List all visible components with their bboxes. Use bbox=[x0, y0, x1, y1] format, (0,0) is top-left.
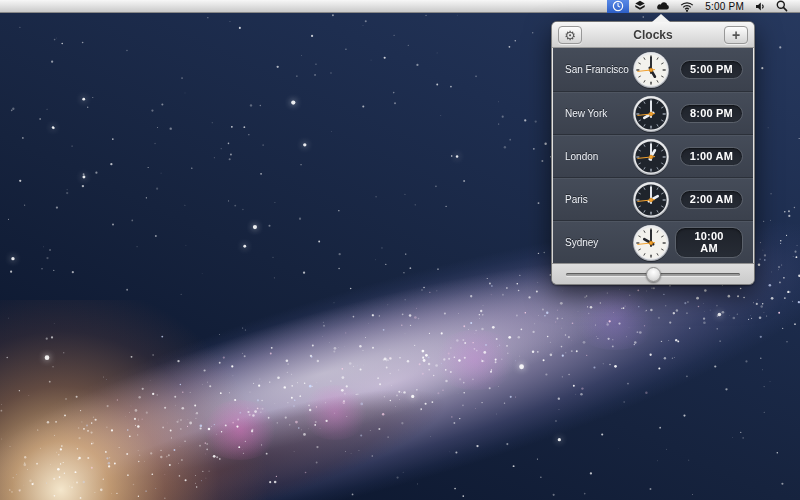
analog-clock bbox=[631, 50, 671, 90]
menu-bar-clock-time[interactable]: 5:00 PM bbox=[699, 0, 750, 13]
add-clock-button[interactable]: + bbox=[724, 26, 748, 44]
galaxy-core-glow bbox=[0, 300, 300, 500]
volume-icon bbox=[755, 1, 766, 12]
plus-icon: + bbox=[732, 28, 740, 42]
cloud-icon bbox=[656, 0, 670, 12]
spotlight-search-icon bbox=[776, 0, 788, 12]
cloud-menu-extra[interactable] bbox=[651, 0, 675, 13]
wifi-icon bbox=[680, 1, 694, 12]
analog-clock bbox=[631, 223, 671, 263]
dropbox-menu-extra[interactable] bbox=[629, 0, 651, 13]
popover-arrow bbox=[652, 14, 670, 22]
popover-title: Clocks bbox=[633, 28, 672, 42]
wifi-menu-extra[interactable] bbox=[675, 0, 699, 13]
volume-menu-extra[interactable] bbox=[750, 0, 771, 13]
spotlight-menu-extra[interactable] bbox=[771, 0, 793, 13]
city-label: New York bbox=[565, 108, 631, 119]
clock-row[interactable]: New York 8:00 PM bbox=[553, 91, 753, 134]
settings-button[interactable]: ⚙ bbox=[558, 26, 582, 44]
city-label: Sydney bbox=[565, 237, 631, 248]
city-label: San Francisco bbox=[565, 64, 631, 75]
nebula-spot bbox=[200, 400, 280, 460]
time-badge: 2:00 AM bbox=[680, 190, 743, 209]
time-badge: 1:00 AM bbox=[680, 147, 743, 166]
desktop: 5:00 PM ⚙ Clocks + San Francisco bbox=[0, 0, 800, 500]
popover-footer bbox=[552, 263, 754, 284]
clock-row[interactable]: Sydney 10:00 AM bbox=[553, 220, 753, 263]
clock-row[interactable]: London 1:00 AM bbox=[553, 134, 753, 177]
analog-clock bbox=[631, 137, 671, 177]
clock-row[interactable]: San Francisco 5:00 PM bbox=[553, 48, 753, 91]
clock-row[interactable]: Paris 2:00 AM bbox=[553, 177, 753, 220]
dropbox-icon bbox=[634, 0, 646, 12]
clock-list: San Francisco 5:00 PM New York 8:00 PM L… bbox=[553, 48, 753, 263]
nebula-spot bbox=[430, 330, 520, 390]
gear-icon: ⚙ bbox=[564, 29, 576, 42]
city-label: Paris bbox=[565, 194, 631, 205]
time-badge: 8:00 PM bbox=[680, 104, 743, 123]
clock-size-slider[interactable] bbox=[566, 273, 740, 276]
clock-icon bbox=[612, 0, 624, 12]
popover-header: ⚙ Clocks + bbox=[552, 22, 754, 48]
galaxy-dust-lane bbox=[0, 301, 510, 500]
menu-bar: 5:00 PM bbox=[0, 0, 800, 13]
clock-menu-extra[interactable] bbox=[607, 0, 629, 13]
nebula-spot bbox=[300, 385, 370, 440]
clocks-popover: ⚙ Clocks + San Francisco 5:00 PM New Yor… bbox=[551, 21, 755, 285]
city-label: London bbox=[565, 151, 631, 162]
analog-clock bbox=[631, 180, 671, 220]
time-badge: 10:00 AM bbox=[675, 227, 743, 258]
nebula-spot bbox=[570, 290, 660, 350]
analog-clock bbox=[631, 94, 671, 134]
slider-thumb[interactable] bbox=[646, 267, 661, 282]
time-badge: 5:00 PM bbox=[680, 60, 743, 79]
